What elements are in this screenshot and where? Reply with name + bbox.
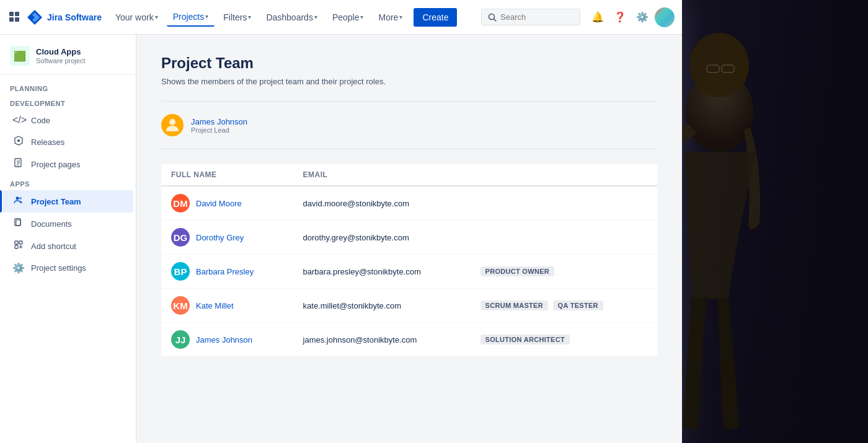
avatar: KM [171,296,190,315]
nav-more[interactable]: More ▾ [372,9,409,26]
nav-icon-group: 🔔 ❓ ⚙️ [588,7,675,27]
chevron-down-icon: ▾ [360,14,363,20]
notifications-button[interactable]: 🔔 [588,7,608,27]
member-role: SCRUM MASTER QA TESTER [471,289,657,323]
col-fullname: Full name [161,164,293,186]
member-name-cell: BP Barbara Presley [161,255,293,289]
member-name[interactable]: Dorothy Grey [196,233,244,242]
chevron-down-icon: ▾ [248,14,251,20]
page-title: Project Team [161,55,657,72]
member-name[interactable]: James Johnson [196,335,252,344]
member-email: james.johnson@stonikbyte.com [293,323,471,357]
member-email: barbara.presley@stonikbyte.com [293,255,471,289]
project-type: Software project [36,57,85,64]
col-email: Email [293,164,471,186]
search-box[interactable] [481,9,580,25]
apps-label: APPS [0,175,136,190]
project-name: Cloud Apps [36,47,85,58]
sidebar-project-info: Cloud Apps Software project [36,47,85,65]
documents-icon [12,217,25,230]
team-icon [12,195,25,208]
sidebar-item-project-settings[interactable]: ⚙️ Project settings [2,257,133,279]
role-badge-qa: QA TESTER [553,300,603,310]
sidebar-item-add-shortcut[interactable]: Add shortcut [2,235,133,257]
member-email: kate.millet@stonikbyte.com [293,289,471,323]
avatar: BP [171,262,190,281]
svg-point-25 [169,119,175,125]
svg-point-16 [16,197,19,200]
main-content: Project Team Shows the members of the pr… [136,35,682,443]
table-row: KM Kate Millet kate.millet@stonikbyte.co… [161,289,657,323]
chevron-down-icon: ▾ [155,14,158,20]
add-shortcut-label: Add shortcut [31,242,76,251]
nav-dashboards[interactable]: Dashboards ▾ [260,9,324,26]
sidebar-item-documents[interactable]: Documents [2,213,133,235]
releases-icon [12,136,25,148]
member-name-cell: JJ James Johnson [161,323,293,357]
lead-role: Project Lead [191,126,247,134]
chevron-down-icon: ▾ [399,14,402,20]
search-input[interactable] [500,12,562,22]
nav-people[interactable]: People ▾ [326,9,370,26]
member-cell: JJ James Johnson [171,330,283,349]
sidebar-item-code[interactable]: </> Code [2,110,133,131]
grid-icon[interactable] [7,10,22,25]
help-button[interactable]: ❓ [610,7,630,27]
role-badge-scrum: SCRUM MASTER [480,300,548,310]
col-role [471,164,657,186]
sidebar-item-project-team[interactable]: Project Team [2,190,133,213]
member-role: SOLUTION ARCHITECT [471,323,657,357]
avatar: JJ [171,330,190,349]
releases-label: Releases [31,138,64,147]
user-avatar[interactable] [655,7,675,27]
member-name-cell: DM David Moore [161,186,293,221]
settings-button[interactable]: ⚙️ [632,7,652,27]
table-row: DM David Moore david.moore@stonikbyte.co… [161,186,657,221]
development-label: DEVELOPMENT [0,95,136,110]
nav-projects[interactable]: Projects ▾ [167,8,215,27]
member-role [471,186,657,221]
member-role: PRODUCT OWNER [471,255,657,289]
lead-avatar [161,114,184,136]
member-cell: DG Dorothy Grey [171,228,283,247]
divider [161,101,657,102]
jira-logo[interactable]: Jira Software [26,9,102,26]
table-row: BP Barbara Presley barbara.presley@stoni… [161,255,657,289]
member-name[interactable]: David Moore [196,199,242,208]
table-body: DM David Moore david.moore@stonikbyte.co… [161,186,657,356]
svg-rect-7 [9,17,14,22]
create-button[interactable]: Create [414,8,457,27]
project-settings-label: Project settings [31,263,86,273]
member-name-cell: DG Dorothy Grey [161,221,293,255]
avatar: DG [171,228,190,247]
page-description: Shows the members of the project team an… [161,77,657,86]
chevron-down-icon: ▾ [314,14,317,20]
svg-rect-20 [15,241,18,244]
role-badge: PRODUCT OWNER [480,266,555,276]
chevron-down-icon: ▾ [205,13,208,20]
table-row: JJ James Johnson james.johnson@stonikbyt… [161,323,657,357]
pages-icon [12,158,25,170]
lead-name[interactable]: James Johnson [191,117,247,126]
sidebar: 🟩 Cloud Apps Software project PLANNING D… [0,35,136,443]
avatar: DM [171,194,190,213]
member-name[interactable]: Kate Millet [196,301,234,310]
project-pages-label: Project pages [31,160,81,169]
member-name[interactable]: Barbara Presley [196,267,254,276]
sidebar-item-releases[interactable]: Releases [2,131,133,153]
nav-filters[interactable]: Filters ▾ [217,9,257,26]
role-badge-architect: SOLUTION ARCHITECT [480,335,570,344]
code-icon: </> [12,115,25,126]
project-team-label: Project Team [31,197,81,206]
sidebar-item-project-pages[interactable]: Project pages [2,153,133,175]
sidebar-project-header: 🟩 Cloud Apps Software project [0,40,136,75]
table-row: DG Dorothy Grey dorothy.grey@stonikbyte.… [161,221,657,255]
planning-label: PLANNING [0,80,136,95]
search-icon [488,13,497,22]
settings-icon: ⚙️ [12,262,25,274]
nav-your-work[interactable]: Your work ▾ [109,9,164,26]
lead-info: James Johnson Project Lead [191,117,247,134]
svg-point-11 [17,139,20,142]
member-email: dorothy.grey@stonikbyte.com [293,221,471,255]
member-cell: BP Barbara Presley [171,262,283,281]
